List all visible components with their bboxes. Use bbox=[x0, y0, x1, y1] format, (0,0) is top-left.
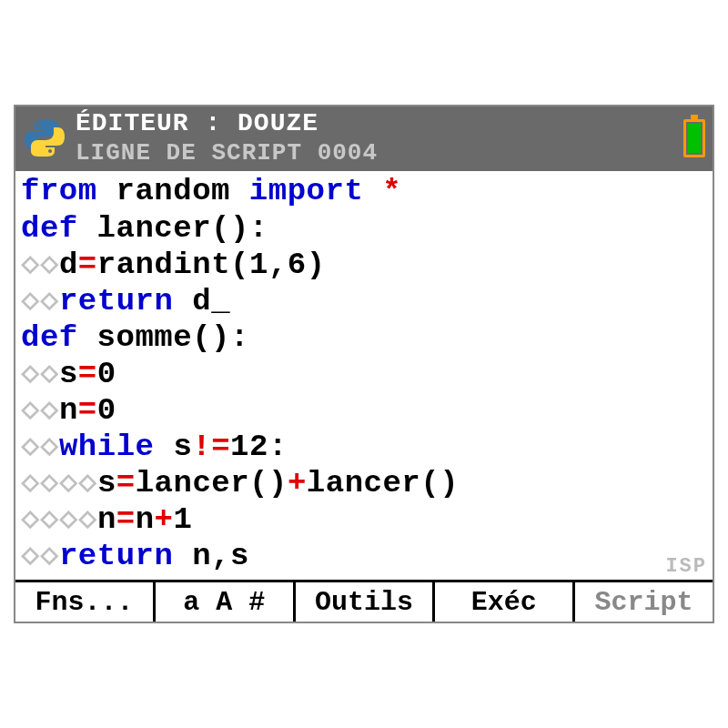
code-token: ◇◇ bbox=[21, 284, 59, 318]
battery-icon bbox=[683, 119, 705, 157]
title-text: ÉDITEUR : DOUZE LIGNE DE SCRIPT 0004 bbox=[76, 110, 683, 166]
code-token: 12: bbox=[230, 430, 288, 464]
code-token: ◇◇ bbox=[21, 357, 59, 391]
code-token bbox=[363, 174, 382, 208]
code-token: ◇◇◇◇ bbox=[21, 502, 97, 537]
code-line[interactable]: from random import * bbox=[21, 173, 707, 209]
softkey-alpha[interactable]: a A # bbox=[156, 582, 296, 622]
code-token: s bbox=[154, 430, 192, 464]
code-line[interactable]: def lancer(): bbox=[21, 210, 707, 247]
code-token: def bbox=[21, 211, 78, 246]
code-token: * bbox=[382, 174, 401, 208]
code-token: = bbox=[116, 502, 136, 537]
code-token: = bbox=[78, 248, 97, 282]
code-token: ◇◇ bbox=[21, 430, 59, 464]
code-token: ◇◇ bbox=[21, 539, 59, 573]
code-token: return bbox=[59, 539, 173, 573]
code-token: ◇◇ bbox=[21, 393, 59, 428]
title-bar: ÉDITEUR : DOUZE LIGNE DE SCRIPT 0004 bbox=[15, 106, 713, 171]
code-editor[interactable]: from random import *def lancer():◇◇d=ran… bbox=[15, 171, 713, 580]
code-line[interactable]: ◇◇n=0 bbox=[21, 392, 707, 429]
code-line[interactable]: ◇◇s=0 bbox=[21, 356, 707, 392]
softkey-tools[interactable]: Outils bbox=[296, 582, 436, 622]
code-token: s bbox=[97, 466, 116, 500]
code-token: s bbox=[59, 357, 78, 391]
code-token: = bbox=[116, 466, 136, 500]
softkey-bar: Fns... a A # Outils Exéc Script bbox=[15, 580, 713, 622]
softkey-exec[interactable]: Exéc bbox=[435, 582, 575, 622]
code-token: _ bbox=[211, 284, 230, 318]
code-token: def bbox=[21, 320, 78, 355]
code-token: n bbox=[97, 502, 116, 537]
code-line[interactable]: ◇◇d=randint(1,6) bbox=[21, 247, 707, 283]
code-token: ◇◇ bbox=[21, 248, 59, 282]
battery-fill bbox=[688, 124, 701, 153]
code-token: n bbox=[59, 393, 78, 428]
code-token: randint(1,6) bbox=[97, 248, 326, 282]
editor-subtitle: LIGNE DE SCRIPT 0004 bbox=[76, 140, 683, 167]
code-token: lancer() bbox=[307, 466, 459, 500]
code-token: return bbox=[59, 284, 173, 318]
code-line[interactable]: ◇◇return n,s bbox=[21, 538, 707, 574]
code-token: somme(): bbox=[78, 320, 249, 355]
code-line[interactable]: ◇◇while s!=12: bbox=[21, 429, 707, 465]
code-line[interactable]: ◇◇return d_ bbox=[21, 283, 707, 319]
code-token: = bbox=[78, 393, 97, 428]
code-token: = bbox=[78, 357, 97, 391]
code-token: = bbox=[211, 430, 230, 464]
code-token: lancer(): bbox=[78, 211, 268, 246]
code-token: + bbox=[288, 466, 307, 500]
editor-title: ÉDITEUR : DOUZE bbox=[76, 110, 683, 138]
code-token: while bbox=[59, 430, 155, 464]
code-token: n bbox=[136, 502, 155, 537]
softkey-script[interactable]: Script bbox=[575, 582, 713, 622]
code-token: lancer() bbox=[136, 466, 288, 500]
code-line[interactable]: def somme(): bbox=[21, 319, 707, 356]
code-token: 0 bbox=[97, 357, 116, 391]
code-line[interactable]: ◇◇◇◇s=lancer()+lancer() bbox=[21, 465, 707, 501]
code-token: d bbox=[173, 284, 211, 318]
code-token: random bbox=[97, 174, 249, 208]
code-token: d bbox=[59, 248, 78, 282]
python-icon bbox=[23, 116, 66, 160]
code-token: 1 bbox=[174, 502, 193, 537]
code-token: 0 bbox=[97, 393, 116, 428]
code-token: + bbox=[155, 502, 174, 537]
code-line[interactable]: ◇◇◇◇n=n+1 bbox=[21, 501, 707, 538]
code-token: n,s bbox=[173, 539, 249, 573]
calculator-screen: ÉDITEUR : DOUZE LIGNE DE SCRIPT 0004 fro… bbox=[14, 105, 714, 623]
code-token: ◇◇◇◇ bbox=[21, 466, 97, 500]
code-token: from bbox=[21, 174, 97, 208]
code-token: ! bbox=[192, 430, 211, 464]
softkey-fns[interactable]: Fns... bbox=[15, 582, 156, 622]
code-token: import bbox=[249, 174, 363, 208]
